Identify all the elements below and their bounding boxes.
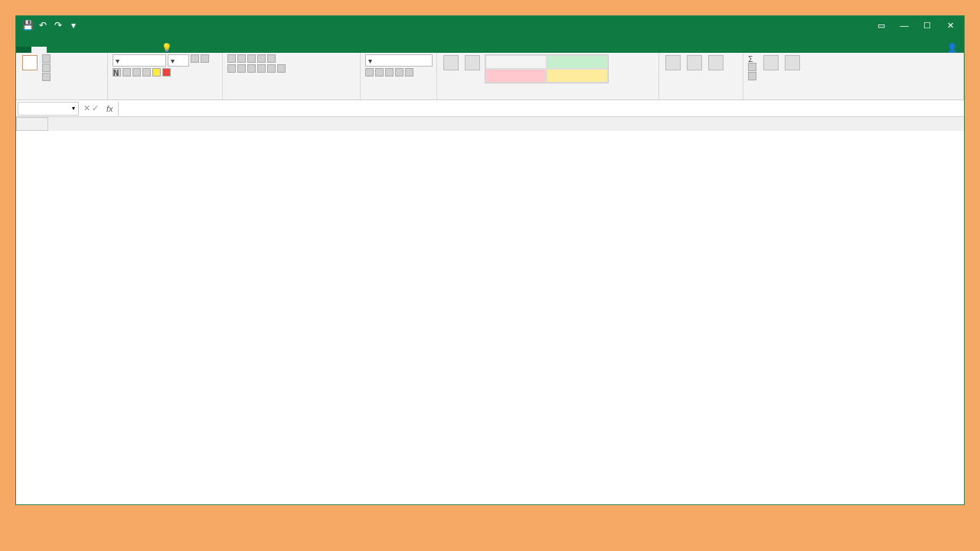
align-middle-icon[interactable] bbox=[237, 54, 246, 63]
number-format-combo[interactable]: ▾ bbox=[365, 54, 433, 67]
excel-window: 💾 ↶ ↷ ▾ ▭ — ☐ ✕ 💡 👤 bbox=[15, 15, 965, 505]
delete-icon bbox=[687, 55, 702, 70]
sort-filter-button[interactable] bbox=[762, 54, 780, 72]
style-bueno[interactable] bbox=[547, 55, 608, 69]
cond-format-icon bbox=[443, 55, 459, 70]
increase-font-icon[interactable] bbox=[191, 54, 199, 63]
table-icon bbox=[465, 55, 480, 70]
font-size-combo[interactable]: ▾ bbox=[168, 54, 189, 67]
font-name-combo[interactable]: ▾ bbox=[113, 54, 166, 67]
wrap-text-button[interactable] bbox=[267, 54, 278, 63]
lightbulb-icon: 💡 bbox=[162, 43, 172, 53]
autosum-button[interactable]: ∑ bbox=[748, 54, 759, 62]
align-right-icon[interactable] bbox=[247, 64, 256, 73]
italic-button[interactable] bbox=[122, 68, 131, 77]
formula-input[interactable] bbox=[118, 102, 964, 116]
conditional-format-button[interactable] bbox=[442, 54, 460, 72]
tab-insert[interactable] bbox=[47, 47, 62, 53]
sort-icon bbox=[763, 55, 779, 70]
comma-icon[interactable] bbox=[385, 68, 394, 77]
format-icon bbox=[708, 55, 724, 70]
font-group-label bbox=[113, 97, 217, 98]
find-select-button[interactable] bbox=[783, 54, 802, 72]
indent-inc-icon[interactable] bbox=[267, 64, 276, 73]
insert-cells-button[interactable] bbox=[664, 54, 682, 72]
align-left-icon[interactable] bbox=[227, 64, 236, 73]
orientation-icon[interactable] bbox=[257, 54, 266, 63]
delete-cells-button[interactable] bbox=[685, 54, 704, 72]
brush-icon bbox=[42, 73, 51, 81]
fill-color-button[interactable] bbox=[152, 68, 161, 77]
undo-icon[interactable]: ↶ bbox=[38, 20, 48, 31]
clipboard-group-label bbox=[21, 97, 103, 98]
align-top-icon[interactable] bbox=[227, 54, 236, 63]
style-neutral[interactable] bbox=[547, 69, 608, 83]
insert-icon bbox=[665, 55, 681, 70]
align-bottom-icon[interactable] bbox=[247, 54, 256, 63]
number-group-label bbox=[365, 97, 432, 98]
column-headers bbox=[16, 117, 964, 131]
cut-button[interactable] bbox=[42, 54, 53, 63]
cell-styles-gallery[interactable] bbox=[485, 54, 609, 83]
font-color-button[interactable] bbox=[162, 68, 171, 77]
quick-access-toolbar: 💾 ↶ ↷ ▾ bbox=[16, 20, 85, 31]
scissors-icon bbox=[42, 54, 51, 63]
sigma-icon: ∑ bbox=[748, 54, 753, 62]
inc-decimal-icon[interactable] bbox=[395, 68, 403, 77]
select-all-corner[interactable] bbox=[16, 117, 48, 131]
chevron-down-icon[interactable]: ▾ bbox=[72, 105, 75, 112]
fill-button[interactable] bbox=[748, 63, 759, 71]
enter-formula-icon[interactable]: ✓ bbox=[92, 103, 99, 113]
redo-icon[interactable]: ↷ bbox=[53, 20, 64, 31]
window-controls: ▭ — ☐ ✕ bbox=[871, 18, 964, 33]
bold-button[interactable]: N bbox=[113, 68, 121, 77]
close-button[interactable]: ✕ bbox=[939, 18, 961, 33]
decrease-font-icon[interactable] bbox=[201, 54, 209, 63]
merge-icon bbox=[277, 64, 286, 73]
tab-formulas[interactable] bbox=[77, 47, 93, 53]
style-incorrecto[interactable] bbox=[485, 69, 547, 83]
tab-layout[interactable] bbox=[62, 47, 77, 53]
alignment-group-label bbox=[227, 97, 355, 98]
style-normal[interactable] bbox=[485, 55, 547, 69]
format-as-table-button[interactable] bbox=[463, 54, 482, 72]
eraser-icon bbox=[748, 72, 756, 80]
spreadsheet-area bbox=[16, 117, 964, 504]
border-button[interactable] bbox=[142, 68, 151, 77]
tab-data[interactable] bbox=[93, 47, 108, 53]
cancel-formula-icon[interactable]: ✕ bbox=[83, 103, 90, 113]
save-icon[interactable]: 💾 bbox=[22, 20, 33, 31]
dec-decimal-icon[interactable] bbox=[405, 68, 413, 77]
ribbon-tabs: 💡 👤 bbox=[16, 34, 964, 53]
fx-label[interactable]: fx bbox=[102, 104, 118, 113]
copy-button[interactable] bbox=[42, 64, 53, 72]
tab-nitro[interactable] bbox=[139, 47, 154, 53]
cells-grid[interactable] bbox=[16, 131, 964, 504]
name-box[interactable]: ▾ bbox=[18, 102, 79, 116]
underline-button[interactable] bbox=[132, 68, 141, 77]
find-icon bbox=[785, 55, 800, 70]
fill-icon bbox=[748, 63, 756, 71]
ribbon-options-icon[interactable]: ▭ bbox=[871, 18, 892, 33]
tab-view[interactable] bbox=[123, 47, 139, 53]
align-center-icon[interactable] bbox=[237, 64, 246, 73]
copy-icon bbox=[42, 64, 51, 72]
indent-dec-icon[interactable] bbox=[257, 64, 266, 73]
paste-button[interactable] bbox=[21, 54, 39, 72]
tab-review[interactable] bbox=[108, 47, 123, 53]
currency-icon[interactable] bbox=[365, 68, 374, 77]
tab-file[interactable] bbox=[16, 47, 31, 53]
percent-icon[interactable] bbox=[375, 68, 384, 77]
clear-button[interactable] bbox=[748, 72, 759, 80]
cells-group-label bbox=[664, 97, 738, 98]
tab-home[interactable] bbox=[31, 47, 47, 53]
format-cells-button[interactable] bbox=[707, 54, 725, 72]
minimize-button[interactable]: — bbox=[893, 18, 915, 33]
format-painter-button[interactable] bbox=[42, 73, 53, 81]
tell-me-search[interactable]: 💡 bbox=[162, 43, 175, 53]
maximize-button[interactable]: ☐ bbox=[916, 18, 938, 33]
merge-button[interactable] bbox=[277, 64, 288, 73]
title-bar: 💾 ↶ ↷ ▾ ▭ — ☐ ✕ bbox=[16, 16, 964, 34]
qat-dropdown-icon[interactable]: ▾ bbox=[68, 20, 79, 31]
share-button[interactable]: 👤 bbox=[947, 43, 958, 53]
